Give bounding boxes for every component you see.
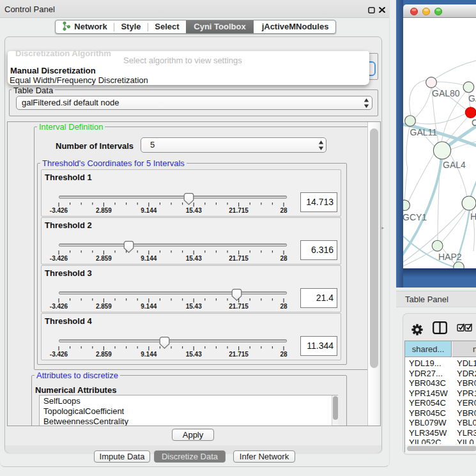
svg-text:GA: GA (468, 93, 476, 104)
svg-text:GCY1: GCY1 (403, 212, 427, 222)
svg-text:GAL4: GAL4 (443, 160, 466, 170)
svg-text:C: C (472, 118, 476, 128)
svg-text:HAP2: HAP2 (438, 252, 462, 262)
svg-text:GAL80: GAL80 (432, 88, 460, 98)
svg-text:H: H (470, 211, 476, 222)
svg-text:GAL11: GAL11 (410, 127, 438, 137)
